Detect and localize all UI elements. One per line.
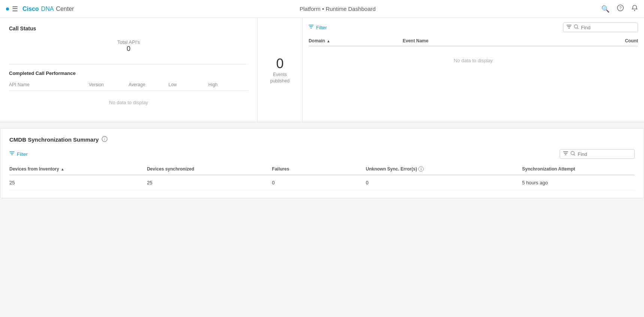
th-devices-synchronized: Devices synchronized <box>147 163 272 175</box>
cmdb-header-row: Devices from Inventory ▲ Devices synchro… <box>9 163 635 175</box>
events-col-count: Count <box>591 38 638 43</box>
unknown-sync-info-icon[interactable]: i <box>418 166 424 172</box>
events-filter-button[interactable]: Filter <box>309 25 327 30</box>
cmdb-search-box[interactable] <box>560 149 635 159</box>
total-apis-label: Total API's <box>117 39 140 45</box>
cmdb-title-row: CMDB Synchronization Summary i <box>9 136 635 143</box>
events-filter-label: Filter <box>316 25 327 30</box>
events-col-domain: Domain ▲ <box>309 38 403 43</box>
nav-right-actions: 🔍 ? <box>601 4 638 13</box>
cmdb-toolbar: Filter <box>9 149 635 159</box>
cmdb-table: Devices from Inventory ▲ Devices synchro… <box>9 163 635 190</box>
cell-unknown-sync-errors: 0 <box>366 175 522 190</box>
col-version: Version <box>89 82 129 87</box>
cmdb-table-body: 25 25 0 0 5 hours ago <box>9 175 635 190</box>
devices-inventory-header-text: Devices from Inventory <box>9 166 59 172</box>
cmdb-table-row: 25 25 0 0 5 hours ago <box>9 175 635 190</box>
events-published-label: Eventspublished <box>270 72 289 84</box>
top-navigation: ☰ Cisco DNA Center Platform • Runtime Da… <box>0 0 644 18</box>
svg-point-3 <box>574 25 578 28</box>
svg-line-8 <box>574 154 575 156</box>
th-failures: Failures <box>272 163 366 175</box>
cmdb-filter-label: Filter <box>17 151 28 157</box>
cell-devices-inventory: 25 <box>9 175 147 190</box>
events-count: 0 <box>276 56 284 72</box>
th-synchronization-attempt: Synchronization Attempt <box>522 163 635 175</box>
domain-header-text: Domain <box>309 38 325 43</box>
events-search-input[interactable] <box>581 25 635 30</box>
domain-sort-icon[interactable]: ▲ <box>326 39 330 43</box>
search-icon[interactable]: 🔍 <box>601 5 610 13</box>
brand-cisco-text: Cisco <box>22 6 39 12</box>
cmdb-search-filter-icon[interactable] <box>563 151 568 157</box>
svg-point-2 <box>634 10 635 11</box>
call-status-title: Call Status <box>9 25 248 31</box>
completed-call-title: Completed Call Performance <box>9 70 248 76</box>
events-table-headers: Domain ▲ Event Name Count <box>309 36 638 46</box>
notifications-icon[interactable] <box>631 4 638 13</box>
search-filter-icon[interactable] <box>566 25 572 30</box>
events-table-section: Filter <box>303 18 644 122</box>
cmdb-title: CMDB Synchronization Summary <box>9 136 99 143</box>
events-panel: 0 Eventspublished Filter <box>258 18 644 122</box>
svg-text:?: ? <box>619 6 622 10</box>
th-devices-inventory: Devices from Inventory ▲ <box>9 163 147 175</box>
brand-center-text: Center <box>56 6 74 12</box>
hamburger-menu-icon[interactable]: ☰ <box>12 5 18 13</box>
svg-line-4 <box>577 28 578 29</box>
devices-header-container: Devices from Inventory ▲ <box>9 166 142 172</box>
cmdb-table-head: Devices from Inventory ▲ Devices synchro… <box>9 163 635 175</box>
th-unknown-sync-errors: Unknown Sync. Error(s) i <box>366 163 522 175</box>
brand-dna-text: DNA <box>41 6 54 12</box>
col-high: High <box>208 82 248 87</box>
cell-devices-synchronized: 25 <box>147 175 272 190</box>
nav-dot-indicator <box>6 7 9 10</box>
cmdb-section: CMDB Synchronization Summary i Filter <box>0 128 644 198</box>
svg-text:i: i <box>104 137 105 141</box>
section-divider <box>9 64 248 64</box>
api-table-no-data: No data to display <box>9 91 248 114</box>
cmdb-filter-icon <box>9 151 15 157</box>
devices-sort-icon[interactable]: ▲ <box>61 167 64 171</box>
cmdb-info-icon[interactable]: i <box>102 136 108 143</box>
nav-left: ☰ Cisco DNA Center <box>6 5 74 13</box>
events-search-box[interactable] <box>563 22 638 32</box>
col-api-name: API Name <box>9 82 89 87</box>
cell-failures: 0 <box>272 175 366 190</box>
filter-icon <box>309 25 314 30</box>
svg-point-7 <box>571 151 574 155</box>
events-label-text: Eventspublished <box>270 72 289 84</box>
cmdb-filter-button[interactable]: Filter <box>9 151 28 157</box>
help-icon[interactable]: ? <box>617 4 624 13</box>
cmdb-search-input[interactable] <box>578 151 631 157</box>
api-table-header: API Name Version Average Low High <box>9 81 248 91</box>
col-low: Low <box>168 82 208 87</box>
page-title: Platform • Runtime Dashboard <box>300 6 376 12</box>
search-icon-events <box>574 24 579 30</box>
unknown-sync-header-text: Unknown Sync. Error(s) <box>366 166 417 172</box>
cell-synchronization-attempt: 5 hours ago <box>522 175 635 190</box>
search-icon-cmdb <box>571 151 575 157</box>
total-apis-value: 0 <box>9 45 248 53</box>
brand-logo: Cisco DNA Center <box>22 6 74 12</box>
total-apis-section: Total API's 0 <box>9 39 248 53</box>
events-col-event-name: Event Name <box>403 38 591 43</box>
col-average: Average <box>129 82 168 87</box>
events-no-data: No data to display <box>309 46 638 75</box>
events-count-section: 0 Eventspublished <box>258 18 303 122</box>
unknown-sync-header-container: Unknown Sync. Error(s) i <box>366 166 518 172</box>
nav-title: Platform • Runtime Dashboard <box>74 6 601 12</box>
call-status-panel: Call Status Total API's 0 Completed Call… <box>0 18 258 122</box>
main-content: Call Status Total API's 0 Completed Call… <box>0 18 644 198</box>
events-toolbar: Filter <box>309 22 638 32</box>
top-panels-row: Call Status Total API's 0 Completed Call… <box>0 18 644 122</box>
